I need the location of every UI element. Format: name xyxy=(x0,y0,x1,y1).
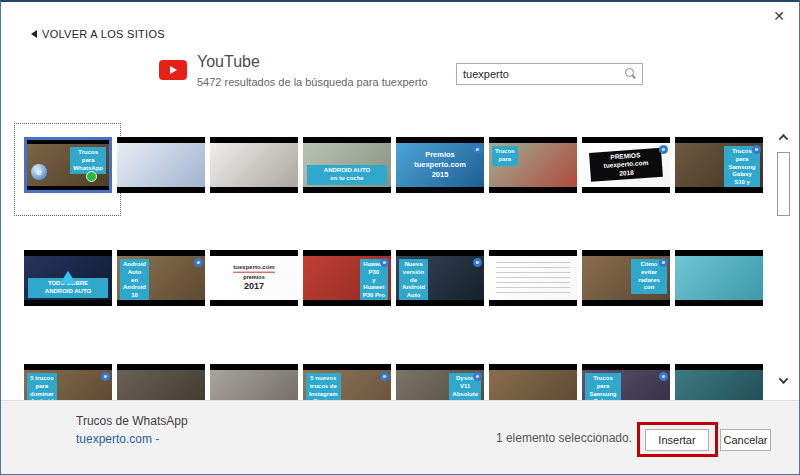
video-thumbnail[interactable]: Trucos para WhatsAppe xyxy=(24,137,112,193)
tuexperto-badge-icon: e xyxy=(659,372,668,381)
thumbnail-frame: TELEVISION xyxy=(210,364,298,400)
thumbnail-caption: Trucos para WhatsApp xyxy=(70,147,106,174)
back-to-sites-button[interactable]: VOLVER A LOS SITIOS xyxy=(31,28,165,40)
video-results-grid: Trucos para WhatsAppeANDROID AUTO en tu … xyxy=(1,120,773,400)
video-thumbnail[interactable]: 5 trucos para dominar Androide xyxy=(24,364,112,400)
search-icon[interactable] xyxy=(623,67,637,81)
thumbnail-frame: 5 apps imprescindibles xyxy=(489,364,577,400)
video-thumbnail[interactable]: Trucos para Samsung Galaxy S10 y S10+e xyxy=(675,137,763,193)
thumbnail-image: Huawei P30 y Huawei P30 Proe xyxy=(303,256,391,300)
thumbnail-image: Android Auto en Android 10e xyxy=(117,256,205,300)
scrollbar-thumb[interactable] xyxy=(777,152,790,216)
thumbnail-frame: 5 nuevos trucos de Instagram Storiese xyxy=(303,364,391,400)
video-thumbnail[interactable] xyxy=(210,137,298,193)
thumbnail-image: 5 nuevos trucos de Instagram Storiese xyxy=(303,370,391,400)
video-thumbnail[interactable] xyxy=(117,364,205,400)
thumbnail-image xyxy=(675,370,763,400)
thumbnail-image: Dyson V11 Absolutee xyxy=(396,370,484,400)
selected-video-source-link[interactable]: tuexperto.com - xyxy=(76,432,159,446)
thumbnail-caption: tuexperto.compremios2017 xyxy=(210,262,298,295)
thumbnail-frame: TODO SOBRE ANDROID AUTO xyxy=(24,250,112,306)
tuexperto-badge-icon: e xyxy=(473,145,482,154)
thumbnail-caption: Android Auto en Android 10 xyxy=(120,259,149,300)
thumbnail-image: Cómo evitar radares cone xyxy=(582,256,670,300)
android-auto-logo-icon xyxy=(60,271,76,284)
thumbnail-row: Trucos para WhatsAppeANDROID AUTO en tu … xyxy=(24,137,763,193)
scroll-up-button[interactable] xyxy=(776,130,791,145)
scroll-down-button[interactable] xyxy=(776,373,791,388)
thumbnail-caption: Premios tuexperto.com 2015 xyxy=(396,148,484,181)
thumbnail-frame xyxy=(117,364,205,400)
thumbnail-image: Trucos para Samsung Galaxy Note 10 y Sam… xyxy=(582,370,670,400)
thumbnail-image: Premios tuexperto.com 2015e xyxy=(396,143,484,187)
tuexperto-badge-icon: e xyxy=(101,372,110,381)
insert-button[interactable]: Insertar xyxy=(645,429,709,451)
video-thumbnail[interactable]: Nueva versión de Android Autoe xyxy=(396,250,484,306)
thumbnail-frame: PREMIOS tuexperto.com 2018e xyxy=(582,137,670,193)
video-thumbnail[interactable]: Cómo evitar radares cone xyxy=(582,250,670,306)
close-icon[interactable]: ✕ xyxy=(773,9,785,23)
thumbnail-image xyxy=(210,143,298,187)
video-thumbnail[interactable]: tuexperto.compremios2017 xyxy=(210,250,298,306)
thumbnail-image: Nueva versión de Android Autoe xyxy=(396,256,484,300)
thumbnail-image: Trucos para Samsung Galaxy S10 y S10+e xyxy=(675,143,763,187)
footer-bar: Trucos de WhatsApp tuexperto.com - 1 ele… xyxy=(1,400,799,474)
video-thumbnail[interactable]: PREMIOS tuexperto.com 2018e xyxy=(582,137,670,193)
thumbnail-row: TODO SOBRE ANDROID AUTOAndroid Auto en A… xyxy=(24,250,763,306)
thumbnail-frame: tuexperto.compremios2017 xyxy=(210,250,298,306)
thumbnail-image: PREMIOS tuexperto.com 2018e xyxy=(582,143,670,187)
video-thumbnail[interactable]: ANDROID AUTO en tu coche xyxy=(303,137,391,193)
video-thumbnail[interactable]: Huawei P30 y Huawei P30 Proe xyxy=(303,250,391,306)
thumbnail-image: Trucos para xyxy=(489,143,577,187)
video-thumbnail[interactable] xyxy=(675,250,763,306)
youtube-logo-icon xyxy=(159,60,187,80)
thumbnail-row: 5 trucos para dominar Androide TELEVISIO… xyxy=(24,364,763,400)
thumbnail-frame: Cómo evitar radares cone xyxy=(582,250,670,306)
tuexperto-badge-icon: e xyxy=(194,258,203,267)
tuexperto-badge-icon: e xyxy=(380,258,389,267)
thumbnail-image: Trucos para WhatsAppe xyxy=(27,144,109,186)
video-thumbnail[interactable]: Android Auto en Android 10e xyxy=(117,250,205,306)
video-thumbnail[interactable] xyxy=(489,250,577,306)
tuexperto-badge-icon: e xyxy=(752,145,761,154)
thumbnail-image: ANDROID AUTO en tu coche xyxy=(303,143,391,187)
chevron-down-icon xyxy=(779,374,789,384)
video-thumbnail[interactable] xyxy=(117,137,205,193)
thumbnail-image xyxy=(117,370,205,400)
thumbnail-caption: 5 trucos para dominar Android xyxy=(27,373,57,400)
thumbnail-image: 5 apps imprescindibles xyxy=(489,370,577,400)
thumbnail-frame xyxy=(675,364,763,400)
chevron-up-icon xyxy=(779,134,789,144)
thumbnail-frame: ANDROID AUTO en tu coche xyxy=(303,137,391,193)
tuexperto-logo-icon: e xyxy=(31,164,47,180)
thumbnail-image xyxy=(117,143,205,187)
insert-video-dialog: ✕ VOLVER A LOS SITIOS YouTube 5472 resul… xyxy=(0,0,800,475)
thumbnail-frame: 5 trucos para dominar Androide xyxy=(24,364,112,400)
selected-video-title: Trucos de WhatsApp xyxy=(76,414,188,428)
thumbnail-frame: Android Auto en Android 10e xyxy=(117,250,205,306)
thumbnail-image: 5 trucos para dominar Androide xyxy=(24,370,112,400)
video-thumbnail[interactable]: 5 apps imprescindibles xyxy=(489,364,577,400)
cancel-button[interactable]: Cancelar xyxy=(720,429,771,451)
thumbnail-caption: Trucos para Samsung Galaxy Note 10 y Sam… xyxy=(585,373,621,400)
thumbnail-frame: Trucos para xyxy=(489,137,577,193)
video-thumbnail[interactable]: Premios tuexperto.com 2015e xyxy=(396,137,484,193)
video-thumbnail[interactable]: Trucos para Samsung Galaxy Note 10 y Sam… xyxy=(582,364,670,400)
search-input[interactable] xyxy=(457,68,623,80)
video-thumbnail[interactable]: 5 nuevos trucos de Instagram Storiese xyxy=(303,364,391,400)
thumbnail-frame: Huawei P30 y Huawei P30 Proe xyxy=(303,250,391,306)
video-thumbnail[interactable]: Dyson V11 Absolutee xyxy=(396,364,484,400)
back-arrow-icon xyxy=(31,30,37,38)
play-icon xyxy=(170,66,177,74)
selection-status: 1 elemento seleccionado. xyxy=(496,431,632,445)
thumbnail-frame: Dyson V11 Absolutee xyxy=(396,364,484,400)
thumbnail-frame: Trucos para Samsung Galaxy Note 10 y Sam… xyxy=(582,364,670,400)
video-thumbnail[interactable]: TODO SOBRE ANDROID AUTO xyxy=(24,250,112,306)
tuexperto-badge-icon: e xyxy=(659,258,668,267)
video-thumbnail[interactable]: TELEVISION xyxy=(210,364,298,400)
tuexperto-badge-icon: e xyxy=(380,372,389,381)
provider-title: YouTube xyxy=(197,53,260,71)
tuexperto-badge-icon: e xyxy=(659,145,668,154)
video-thumbnail[interactable] xyxy=(675,364,763,400)
video-thumbnail[interactable]: Trucos para xyxy=(489,137,577,193)
